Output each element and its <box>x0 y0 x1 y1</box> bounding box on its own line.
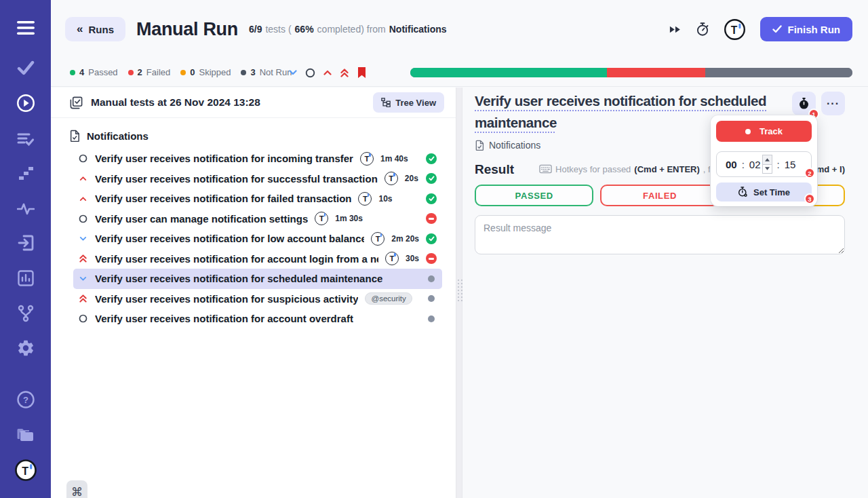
test-row[interactable]: Verify user receives notification for fa… <box>73 189 442 209</box>
finish-run-button[interactable]: Finish Run <box>760 17 853 41</box>
test-tag: @security <box>365 292 412 305</box>
priority-critical-filter-icon[interactable] <box>340 68 349 78</box>
status-failed-icon <box>426 253 437 264</box>
test-list: Verify user receives notification for in… <box>73 149 442 329</box>
set-time-label: Set Time <box>753 187 790 197</box>
testomat-badge-icon: T <box>358 192 372 206</box>
tree-view-button[interactable]: Tree View <box>373 92 444 113</box>
back-to-runs-button[interactable]: « Runs <box>65 17 125 41</box>
priority-critical-icon <box>78 254 88 263</box>
timer-button[interactable]: 1 <box>792 92 816 115</box>
testomat-header-logo[interactable]: T <box>724 18 746 41</box>
tree-view-icon <box>381 98 391 107</box>
status-summary: 4Passed 2Failed 0Skipped 3Not Run <box>70 67 292 77</box>
tests-count: 6/9 <box>249 24 262 35</box>
stepper-up-icon[interactable] <box>762 155 772 165</box>
run-progress-bar <box>410 68 852 77</box>
priority-normal-icon <box>78 214 88 223</box>
run-progress-subtitle: 6/9 tests ( 66% completed) from Notifica… <box>249 24 447 35</box>
minutes-stepper <box>762 155 772 174</box>
test-row[interactable]: Verify user receives notification for su… <box>73 289 442 309</box>
failed-button[interactable]: FAILED <box>600 185 719 206</box>
progress-failed-segment <box>607 68 705 77</box>
steps-icon[interactable] <box>16 164 35 183</box>
settings-gear-icon[interactable] <box>16 339 35 358</box>
help-icon[interactable]: ? <box>16 390 35 409</box>
finish-run-label: Finish Run <box>788 24 841 35</box>
analytics-icon[interactable] <box>16 269 35 288</box>
test-row[interactable]: Verify user receives notification for su… <box>73 169 442 189</box>
skipped-dot <box>180 70 186 75</box>
test-duration: 30s <box>406 254 419 263</box>
test-plans-icon[interactable] <box>16 130 35 149</box>
priority-low-icon <box>78 275 88 282</box>
fast-forward-icon[interactable] <box>669 25 682 34</box>
testomat-badge-icon: T <box>385 252 399 265</box>
notrun-dot <box>241 70 246 75</box>
top-header: « Runs Manual Run 6/9 tests ( 66% comple… <box>51 0 868 87</box>
record-dot-icon <box>745 129 751 134</box>
breadcrumb-label: Notifications <box>489 140 540 151</box>
import-icon[interactable] <box>16 233 35 252</box>
minutes-field[interactable]: 02 <box>749 159 761 170</box>
svg-text:T: T <box>730 24 737 35</box>
passed-button[interactable]: PASSED <box>475 185 593 206</box>
more-options-button[interactable]: ··· <box>821 92 845 115</box>
tests-check-icon[interactable] <box>16 58 35 77</box>
result-message-input[interactable] <box>475 215 845 254</box>
failed-dot <box>128 70 134 75</box>
test-duration: 1m 40s <box>380 154 408 164</box>
stepper-down-icon[interactable] <box>762 165 772 174</box>
test-duration: 1m 30s <box>335 214 363 223</box>
chevrons-left-icon: « <box>77 22 83 36</box>
stopwatch-icon[interactable] <box>696 22 709 37</box>
splitter-grip-icon <box>458 280 462 301</box>
testomat-badge-icon: T <box>315 212 328 225</box>
testomat-logo[interactable]: T <box>14 459 37 482</box>
run-list-header: Manual tests at 26 Nov 2024 13:28 Tree V… <box>51 88 456 118</box>
priority-normal-icon <box>78 314 88 323</box>
test-row[interactable]: Verify user receives notification for lo… <box>73 229 442 249</box>
document-icon <box>69 130 80 142</box>
priority-high-filter-icon[interactable] <box>323 69 332 77</box>
test-duration: 10s <box>378 194 392 204</box>
test-row[interactable]: Verify user can manage notification sett… <box>73 209 442 229</box>
test-list-panel: Manual tests at 26 Nov 2024 13:28 Tree V… <box>51 88 456 498</box>
branches-icon[interactable] <box>16 304 35 323</box>
status-failed: 2Failed <box>128 67 171 77</box>
status-notrun: 3Not Run <box>241 67 292 77</box>
command-shortcut-button[interactable]: ⌘ <box>66 480 87 498</box>
set-time-button[interactable]: Set Time <box>716 183 812 202</box>
status-notrun-icon <box>428 275 437 282</box>
testomat-badge-icon: T <box>384 172 398 185</box>
status-notrun-icon <box>428 295 437 302</box>
time-input[interactable]: 00 : 02 : 15 <box>716 151 812 177</box>
pulse-icon[interactable] <box>16 199 35 218</box>
test-row[interactable]: Verify user receives notification for in… <box>73 149 442 169</box>
seconds-field[interactable]: 15 <box>785 159 796 170</box>
runs-play-icon[interactable] <box>16 94 35 113</box>
test-row[interactable]: Verify user receives notification for ac… <box>73 249 442 269</box>
test-row[interactable]: Verify user receives notification for ac… <box>73 309 442 329</box>
projects-folder-icon[interactable] <box>16 425 35 444</box>
status-skipped: 0Skipped <box>180 67 231 77</box>
track-button[interactable]: Track <box>716 121 812 142</box>
document-icon <box>475 140 484 151</box>
menu-icon[interactable] <box>16 18 35 37</box>
panel-splitter[interactable] <box>456 88 462 498</box>
priority-low-filter-icon[interactable] <box>288 69 298 77</box>
priority-high-icon <box>78 195 88 202</box>
testomat-badge-icon: T <box>360 152 374 166</box>
percent-complete: 66% <box>295 24 314 35</box>
priority-high-icon <box>78 175 88 182</box>
svg-text:?: ? <box>23 395 28 405</box>
breadcrumb[interactable]: Notifications <box>475 140 540 151</box>
run-name: Manual tests at 26 Nov 2024 13:28 <box>91 96 260 109</box>
hours-field[interactable]: 00 <box>726 159 737 170</box>
bookmark-filter-icon[interactable] <box>357 66 367 79</box>
test-row-selected[interactable]: Verify user receives notification for sc… <box>73 269 442 289</box>
source-suite: Notifications <box>389 24 447 35</box>
folder-notifications[interactable]: Notifications <box>51 127 456 145</box>
progress-passed-segment <box>410 68 607 77</box>
priority-normal-filter-icon[interactable] <box>305 68 315 78</box>
